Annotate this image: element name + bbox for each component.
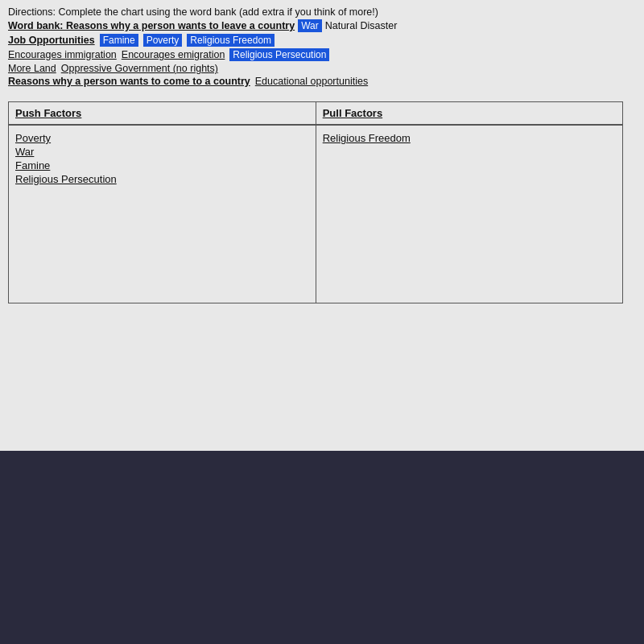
poverty-highlight: Poverty bbox=[143, 34, 183, 47]
word-row-2: Job Opportunities Famine Poverty Religio… bbox=[8, 34, 636, 47]
reasons-come-label: Reasons why a person wants to come to a … bbox=[8, 76, 250, 87]
oppressive-government: Oppressive Government (no rights) bbox=[61, 63, 218, 74]
push-item-poverty: Poverty bbox=[15, 132, 309, 144]
religious-freedom-highlight: Religious Freedom bbox=[187, 34, 275, 47]
push-item-war: War bbox=[15, 146, 309, 158]
table-body-row: Poverty War Famine Religious Persecution… bbox=[9, 126, 622, 303]
pull-factors-cell: Religious Freedom bbox=[316, 126, 623, 303]
job-opportunities: Job Opportunities bbox=[8, 35, 95, 46]
word-bank-label: Word bank: Reasons why a person wants to… bbox=[8, 20, 295, 31]
educational-opportunities: Educational opportunities bbox=[255, 76, 368, 87]
bottom-dark-area bbox=[0, 451, 644, 644]
word-bank-line: Word bank: Reasons why a person wants to… bbox=[8, 19, 636, 32]
pull-item-religious-freedom: Religious Freedom bbox=[323, 132, 617, 144]
word-row-4: More Land Oppressive Government (no righ… bbox=[8, 63, 636, 74]
table-header-row: Push Factors Pull Factors bbox=[9, 102, 622, 126]
war-highlight: War bbox=[298, 19, 322, 32]
natural-disaster-text: Natural Disaster bbox=[325, 20, 398, 31]
more-land: More Land bbox=[8, 63, 56, 74]
pull-factors-header: Pull Factors bbox=[316, 102, 623, 124]
religious-persecution-highlight: Religious Persecution bbox=[229, 48, 329, 61]
push-item-famine: Famine bbox=[15, 159, 309, 171]
push-factors-header: Push Factors bbox=[9, 102, 316, 124]
document-area: Directions: Complete the chart using the… bbox=[0, 0, 644, 451]
word-row-5: Reasons why a person wants to come to a … bbox=[8, 76, 636, 87]
encourages-immigration: Encourages immigration bbox=[8, 49, 117, 60]
encourages-emigration: Encourages emigration bbox=[122, 49, 225, 60]
push-factors-cell: Poverty War Famine Religious Persecution bbox=[9, 126, 316, 303]
push-pull-table: Push Factors Pull Factors Poverty War Fa… bbox=[8, 101, 623, 303]
famine-highlight: Famine bbox=[100, 34, 138, 47]
directions-line: Directions: Complete the chart using the… bbox=[8, 6, 636, 18]
push-item-religious-persecution: Religious Persecution bbox=[15, 173, 309, 185]
word-row-3: Encourages immigration Encourages emigra… bbox=[8, 48, 636, 61]
